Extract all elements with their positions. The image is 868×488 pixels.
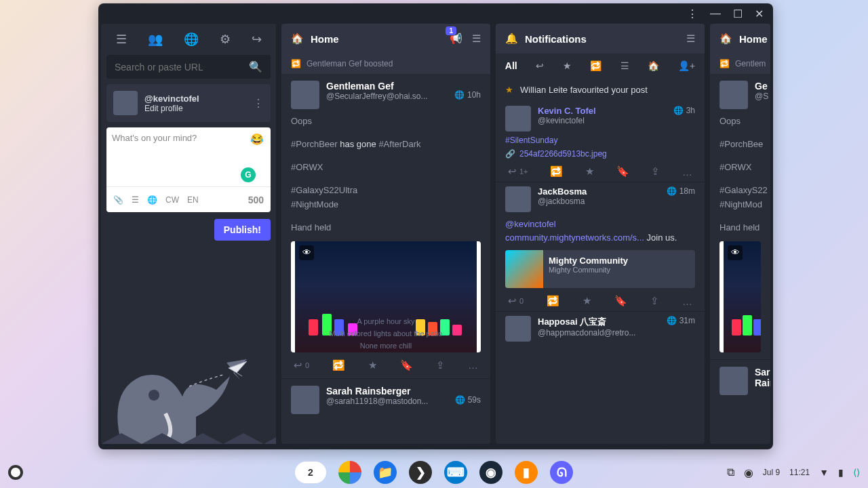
boost-button[interactable]: 🔁 (547, 295, 559, 307)
tab-favourites-icon[interactable]: ★ (563, 60, 572, 71)
publish-button[interactable]: Publish! (214, 219, 271, 241)
settings-sliders-icon[interactable]: ☰ (686, 33, 695, 45)
share-button[interactable]: ⇪ (651, 165, 660, 178)
hashtag[interactable]: #AfterDark (378, 139, 420, 149)
wifi-icon[interactable]: ▼ (819, 467, 829, 478)
external-link[interactable]: community.mightynetworks.com/s... (505, 232, 644, 243)
reply-button[interactable]: ↩1+ (508, 165, 528, 178)
dev-mode-icon[interactable]: ⟨⟩ (853, 467, 860, 478)
link-card[interactable]: Mighty Community Mighty Community (505, 250, 695, 288)
favourite-notification[interactable]: ★ Willian Leite favourited your post (496, 78, 705, 102)
avatar[interactable] (291, 81, 319, 109)
tray-cast-icon[interactable]: ◉ (744, 466, 753, 479)
menu-icon[interactable]: ☰ (116, 32, 127, 47)
terminal-icon[interactable]: ❯ (409, 461, 432, 484)
visibility-icon[interactable]: 🌐 (147, 195, 157, 205)
media-attachment[interactable]: 👁 (719, 241, 761, 352)
hashtag[interactable]: #ORWX (291, 162, 323, 172)
home-column-2: 🏠 Home 🔁 Gentlem Ge @S (710, 24, 770, 444)
poll-icon[interactable]: ☰ (132, 195, 139, 205)
tab-follows-icon[interactable]: 👤+ (678, 60, 695, 71)
hashtag[interactable]: #SilentSunday (505, 136, 695, 145)
more-button[interactable]: … (682, 295, 692, 307)
favourite-button[interactable]: ★ (368, 359, 377, 371)
tab-boosts-icon[interactable]: 🔁 (590, 60, 601, 71)
search-input[interactable] (115, 62, 249, 73)
grammarly-icon[interactable]: G (241, 167, 256, 182)
minimize-button[interactable]: — (710, 7, 721, 20)
avatar[interactable] (505, 106, 531, 131)
app-icon[interactable]: ▮ (515, 461, 538, 484)
chrome-icon[interactable] (338, 461, 361, 484)
menu-dots-icon[interactable]: ⋮ (687, 7, 698, 20)
files-icon[interactable]: 📁 (374, 461, 397, 484)
hashtag[interactable]: #ORWX (719, 162, 751, 172)
logout-icon[interactable]: ↪ (252, 32, 262, 47)
tray-time[interactable]: 11:21 (789, 468, 810, 477)
avatar[interactable] (291, 386, 319, 414)
tab-all[interactable]: All (505, 60, 517, 71)
settings-sliders-icon[interactable]: ☰ (472, 33, 481, 45)
favourite-button[interactable]: ★ (585, 165, 594, 178)
steam-icon[interactable]: ◉ (479, 461, 502, 484)
tab-home-icon[interactable]: 🏠 (648, 60, 659, 71)
avatar[interactable] (505, 186, 531, 212)
tab-count-pill[interactable]: 2 (295, 462, 326, 483)
maximize-button[interactable]: ☐ (733, 7, 743, 20)
attachment-link[interactable]: 🔗254af2266d5913bc.jpeg (505, 149, 695, 159)
bookmark-button[interactable]: 🔖 (614, 295, 627, 307)
reply-button[interactable]: ↩0 (508, 295, 524, 307)
emoji-picker-icon[interactable]: 😂 (250, 133, 264, 146)
hashtag[interactable]: #GalaxyS22 (719, 185, 768, 195)
hide-media-icon[interactable]: 👁 (299, 245, 314, 260)
cw-toggle[interactable]: CW (165, 195, 179, 205)
tray-capture-icon[interactable]: ⧉ (727, 466, 734, 479)
edit-profile-link[interactable]: Edit profile (144, 104, 199, 113)
more-button[interactable]: … (682, 165, 692, 178)
tab-poll-icon[interactable]: ☰ (620, 60, 629, 71)
mastodon-icon[interactable]: ᘏ (550, 461, 573, 484)
hide-media-icon[interactable]: 👁 (728, 245, 743, 260)
hashtag[interactable]: #PorchBeer (291, 139, 338, 149)
bookmark-button[interactable]: 🔖 (400, 359, 413, 371)
post[interactable]: Sarah Rainsberger @sarah11918@mastodon..… (281, 379, 490, 414)
post[interactable]: Gentleman Gef @SecularJeffrey@ohai.so...… (281, 74, 490, 378)
avatar[interactable] (505, 316, 531, 342)
compose-box[interactable]: What's on your mind? 😂 G 📎 ☰ 🌐 CW EN 500 (106, 127, 271, 212)
language-toggle[interactable]: EN (187, 195, 199, 205)
globe-icon[interactable]: 🌐 (184, 32, 199, 47)
attach-icon[interactable]: 📎 (113, 195, 123, 205)
community-icon[interactable]: 👥 (148, 32, 163, 47)
avatar[interactable] (719, 81, 748, 109)
battery-icon[interactable]: ▮ (838, 467, 844, 478)
notification-item[interactable]: JackBosma @jackbosma 🌐 18m @kevinctofel … (496, 182, 705, 311)
favourite-button[interactable]: ★ (583, 295, 591, 307)
notification-item[interactable]: Kevin C. Tofel @kevinctofel 🌐 3h #Silent… (496, 102, 705, 182)
bookmark-button[interactable]: 🔖 (616, 165, 629, 178)
settings-icon[interactable]: ⚙ (220, 32, 231, 47)
tab-mentions-icon[interactable]: ↩ (536, 60, 544, 71)
boost-button[interactable]: 🔁 (332, 359, 345, 371)
media-attachment[interactable]: 👁 A purple hour sky Multi col (291, 241, 481, 352)
account-card[interactable]: @kevinctofel Edit profile ⋮ (106, 84, 271, 122)
post[interactable]: Sarah Rainsberger (710, 360, 770, 395)
mention[interactable]: @kevinctofel (505, 219, 556, 229)
account-more-icon[interactable]: ⋮ (253, 97, 264, 110)
vscode-icon[interactable]: ⌨ (444, 461, 467, 484)
more-button[interactable]: … (468, 359, 478, 371)
tray-date[interactable]: Jul 9 (763, 468, 780, 477)
search-icon[interactable]: 🔍 (249, 60, 262, 73)
reply-button[interactable]: ↩0 (294, 359, 309, 371)
post[interactable]: Ge @S Oops #PorchBee #ORWX #GalaxyS22 #N… (710, 74, 770, 359)
boost-button[interactable]: 🔁 (550, 165, 563, 178)
avatar[interactable] (719, 367, 748, 395)
notification-item[interactable]: Happosai 八宝斎 @happmacdonald@retro... 🌐 3… (496, 312, 705, 342)
launcher-button[interactable] (8, 465, 23, 480)
hashtag[interactable]: #NightMod (719, 199, 762, 209)
hashtag[interactable]: #NightMode (291, 199, 338, 209)
hashtag[interactable]: #PorchBee (719, 139, 763, 149)
share-button[interactable]: ⇪ (650, 295, 659, 307)
hashtag[interactable]: #GalaxyS22Ultra (291, 185, 357, 195)
close-button[interactable]: ✕ (755, 7, 764, 20)
share-button[interactable]: ⇪ (436, 359, 445, 371)
